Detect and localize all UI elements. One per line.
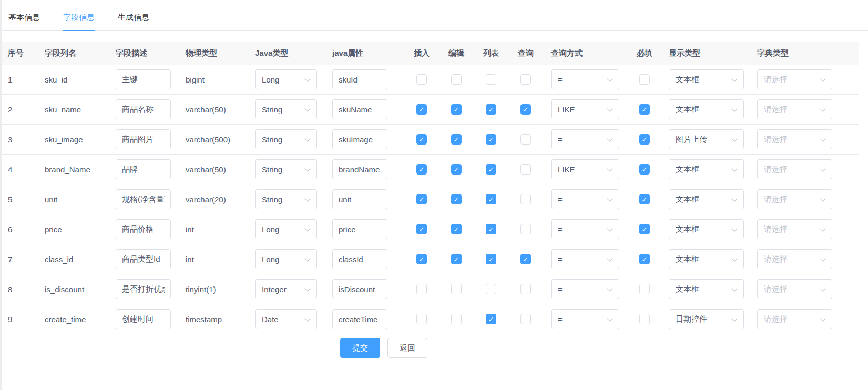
query-method-select[interactable]: LIKE [551,159,619,179]
edit-checkbox[interactable]: ✓ [451,134,462,145]
required-checkbox[interactable]: ✓ [639,254,650,264]
edit-checkbox[interactable]: ✓ [451,224,462,234]
insert-checkbox[interactable]: ✓ [416,134,427,145]
java-type-select[interactable]: Long [255,249,317,269]
required-checkbox[interactable] [639,314,650,324]
java-property-input[interactable] [332,309,387,329]
java-type-select[interactable]: Integer [255,279,317,299]
field-description-input[interactable] [116,189,171,209]
java-type-select[interactable]: String [255,129,317,149]
insert-checkbox[interactable]: ✓ [416,164,427,175]
query-checkbox[interactable] [520,314,531,324]
back-button[interactable]: 返回 [387,338,427,358]
java-property-input[interactable] [332,129,387,149]
field-description-input[interactable] [116,69,171,89]
java-property-input[interactable] [332,69,387,89]
list-checkbox[interactable]: ✓ [486,134,496,145]
query-checkbox[interactable] [520,224,531,234]
list-checkbox[interactable]: ✓ [486,194,496,204]
dict-type-select[interactable]: 请选择 [757,69,832,89]
query-checkbox[interactable] [520,74,531,85]
display-type-select[interactable]: 日期控件 [669,309,744,329]
query-method-select[interactable]: = [551,129,619,149]
required-checkbox[interactable] [639,74,650,85]
java-type-select[interactable]: String [255,159,317,179]
query-method-select[interactable]: LIKE [551,99,619,119]
dict-type-select[interactable]: 请选择 [757,279,832,299]
dict-type-select[interactable]: 请选择 [757,99,832,119]
list-checkbox[interactable]: ✓ [486,164,496,175]
edit-checkbox[interactable]: ✓ [451,164,462,175]
field-description-input[interactable] [116,279,171,299]
tab-basic-info[interactable]: 基本信息 [8,13,40,30]
display-type-select[interactable]: 图片上传 [669,129,744,149]
list-checkbox[interactable]: ✓ [486,224,496,234]
insert-checkbox[interactable] [416,314,427,324]
dict-type-select[interactable]: 请选择 [757,189,832,209]
list-checkbox[interactable]: ✓ [486,104,496,115]
required-checkbox[interactable] [639,284,650,294]
display-type-select[interactable]: 文本框 [669,279,744,299]
edit-checkbox[interactable]: ✓ [451,194,462,204]
list-checkbox[interactable] [486,284,496,294]
java-type-select[interactable]: Long [255,69,317,89]
java-property-input[interactable] [332,189,387,209]
insert-checkbox[interactable] [416,284,427,294]
field-description-input[interactable] [116,219,171,239]
java-type-select[interactable]: Date [255,309,317,329]
insert-checkbox[interactable] [416,74,427,85]
dict-type-select[interactable]: 请选择 [757,249,832,269]
display-type-select[interactable]: 文本框 [669,159,744,179]
query-method-select[interactable]: = [551,279,619,299]
required-checkbox[interactable]: ✓ [639,104,650,115]
java-property-input[interactable] [332,249,387,269]
insert-checkbox[interactable]: ✓ [416,254,427,264]
query-checkbox[interactable] [520,164,531,175]
java-type-select[interactable]: String [255,99,317,119]
field-description-input[interactable] [116,99,171,119]
field-description-input[interactable] [116,159,171,179]
query-checkbox[interactable] [520,194,531,204]
edit-checkbox[interactable]: ✓ [451,104,462,115]
query-checkbox[interactable] [520,134,531,145]
java-property-input[interactable] [332,159,387,179]
dict-type-select[interactable]: 请选择 [757,219,832,239]
edit-checkbox[interactable] [451,74,462,85]
dict-type-select[interactable]: 请选择 [757,129,832,149]
query-method-select[interactable]: = [551,69,619,89]
java-type-select[interactable]: String [255,189,317,209]
list-checkbox[interactable]: ✓ [486,314,496,324]
java-type-select[interactable]: Long [255,219,317,239]
required-checkbox[interactable]: ✓ [639,224,650,234]
query-method-select[interactable]: = [551,249,619,269]
required-checkbox[interactable]: ✓ [639,134,650,145]
query-checkbox[interactable] [520,284,531,294]
insert-checkbox[interactable]: ✓ [416,194,427,204]
edit-checkbox[interactable] [451,314,462,324]
tab-field-info[interactable]: 字段信息 [63,13,95,31]
dict-type-select[interactable]: 请选择 [757,159,832,179]
java-property-input[interactable] [332,219,387,239]
query-checkbox[interactable]: ✓ [520,254,531,264]
field-description-input[interactable] [116,309,171,329]
insert-checkbox[interactable]: ✓ [416,104,427,115]
query-method-select[interactable]: = [551,219,619,239]
tab-generate-info[interactable]: 生成信息 [118,13,149,30]
list-checkbox[interactable] [486,74,496,85]
java-property-input[interactable] [332,279,387,299]
java-property-input[interactable] [332,99,387,119]
display-type-select[interactable]: 文本框 [669,189,744,209]
display-type-select[interactable]: 文本框 [669,99,744,119]
insert-checkbox[interactable]: ✓ [416,224,427,234]
list-checkbox[interactable]: ✓ [486,254,496,264]
required-checkbox[interactable]: ✓ [639,194,650,204]
query-checkbox[interactable]: ✓ [520,104,531,115]
display-type-select[interactable]: 文本框 [669,249,744,269]
edit-checkbox[interactable] [451,284,462,294]
field-description-input[interactable] [116,129,171,149]
edit-checkbox[interactable]: ✓ [451,254,462,264]
display-type-select[interactable]: 文本框 [669,219,744,239]
display-type-select[interactable]: 文本框 [669,69,744,89]
required-checkbox[interactable]: ✓ [639,164,650,175]
query-method-select[interactable]: = [551,309,619,329]
